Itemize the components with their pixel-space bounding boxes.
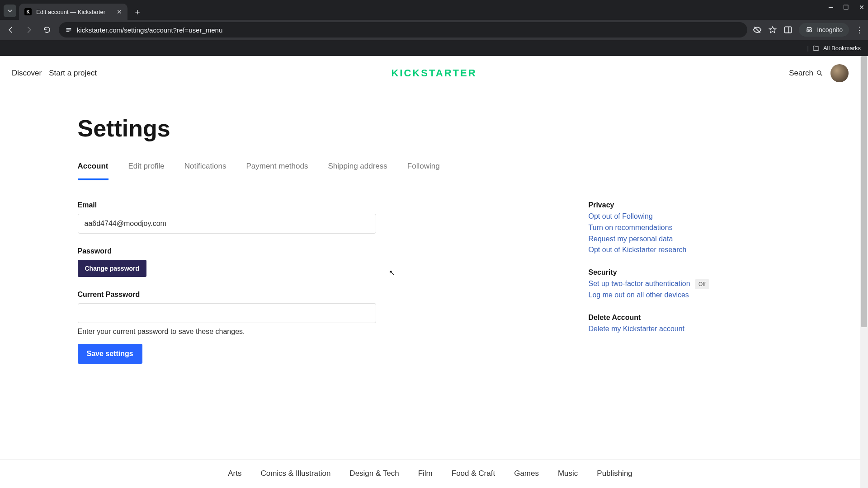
forward-button[interactable] [23,23,35,36]
cat-music[interactable]: Music [558,469,578,478]
url-text: kickstarter.com/settings/account?ref=use… [77,26,222,34]
address-bar[interactable]: kickstarter.com/settings/account?ref=use… [59,22,747,38]
viewport: Discover Start a project KICKSTARTER Sea… [0,56,868,488]
all-bookmarks-link[interactable]: All Bookmarks [823,45,861,52]
tab-following[interactable]: Following [407,162,440,180]
scrollbar-track[interactable] [860,56,868,488]
minimize-icon[interactable]: ─ [829,4,833,11]
avatar[interactable] [830,64,849,82]
tab-edit-profile[interactable]: Edit profile [128,162,165,180]
security-heading: Security [589,268,783,277]
tab-notifications[interactable]: Notifications [184,162,226,180]
favicon-icon: K [24,8,32,15]
settings-tabs: Account Edit profile Notifications Payme… [33,162,828,180]
svg-rect-1 [66,29,71,30]
incognito-indicator[interactable]: Incognito [799,23,849,37]
svg-rect-2 [66,31,70,32]
privacy-heading: Privacy [589,201,783,209]
browser-tab[interactable]: K Edit account — Kickstarter ✕ [19,4,127,20]
nav-discover[interactable]: Discover [12,69,42,78]
page-title: Settings [78,115,783,142]
cat-food-craft[interactable]: Food & Craft [452,469,495,478]
svg-point-5 [807,30,809,32]
link-request-data[interactable]: Request my personal data [589,234,783,245]
tab-payment-methods[interactable]: Payment methods [246,162,308,180]
kebab-menu-icon[interactable]: ⋮ [855,25,863,35]
search-link[interactable]: Search [789,69,823,78]
maximize-icon[interactable]: ☐ [843,4,849,11]
page: Discover Start a project KICKSTARTER Sea… [0,56,868,488]
back-button[interactable] [5,23,17,36]
email-input[interactable] [78,214,376,234]
brand-text: KICKSTARTER [391,67,476,79]
window-controls: ─ ☐ ✕ [829,4,864,11]
email-label: Email [78,201,376,209]
link-opt-out-research[interactable]: Opt out of Kickstarter research [589,244,783,256]
change-password-button[interactable]: Change password [78,260,147,277]
account-form: Email Password Change password Current P… [78,201,376,364]
site-settings-icon[interactable] [65,26,72,33]
account-sidebar: Privacy Opt out of Following Turn on rec… [589,201,783,364]
nav-start-project[interactable]: Start a project [49,69,97,78]
tab-account[interactable]: Account [78,162,108,180]
brand-logo[interactable]: KICKSTARTER [391,67,476,79]
link-turn-on-recommend[interactable]: Turn on recommendations [589,222,783,234]
incognito-icon [805,26,813,34]
divider: | [807,45,809,52]
two-factor-badge: Off [695,279,709,290]
browser-toolbar: kickstarter.com/settings/account?ref=use… [0,20,868,40]
scrollbar-thumb[interactable] [861,56,867,327]
side-panel-icon[interactable] [783,25,793,34]
toolbar-right: Incognito ⋮ [753,23,863,37]
cat-film[interactable]: Film [418,469,433,478]
folder-icon [812,45,820,52]
reload-button[interactable] [41,23,53,36]
delete-heading: Delete Account [589,314,783,322]
svg-rect-0 [66,28,71,29]
cat-design-tech[interactable]: Design & Tech [349,469,399,478]
current-password-label: Current Password [78,291,376,299]
link-delete-account[interactable]: Delete my Kickstarter account [589,324,783,335]
content: Settings Account Edit profile Notificati… [33,90,828,364]
footer-categories: Arts Comics & Illustration Design & Tech… [0,460,860,488]
incognito-label: Incognito [817,26,843,33]
tab-strip: K Edit account — Kickstarter ✕ ＋ ─ ☐ ✕ [0,0,868,20]
link-logout-all[interactable]: Log me out on all other devices [589,290,783,301]
search-label: Search [789,69,813,78]
site-header: Discover Start a project KICKSTARTER Sea… [0,56,860,90]
browser-chrome: K Edit account — Kickstarter ✕ ＋ ─ ☐ ✕ k… [0,0,868,56]
cat-publishing[interactable]: Publishing [597,469,632,478]
close-window-icon[interactable]: ✕ [859,4,864,11]
svg-point-7 [817,70,821,74]
tab-search-button[interactable] [4,5,16,17]
svg-point-6 [810,30,812,32]
tab-shipping-address[interactable]: Shipping address [328,162,387,180]
current-password-help: Enter your current password to save thes… [78,328,376,336]
new-tab-button[interactable]: ＋ [131,5,144,18]
eye-off-icon[interactable] [753,25,762,34]
bookmarks-bar: | All Bookmarks [0,40,868,56]
search-icon [816,70,823,77]
cat-comics[interactable]: Comics & Illustration [260,469,330,478]
save-settings-button[interactable]: Save settings [78,344,142,364]
svg-line-8 [821,74,822,75]
bookmark-star-icon[interactable] [768,25,777,34]
cat-arts[interactable]: Arts [228,469,241,478]
close-tab-icon[interactable]: ✕ [117,8,122,15]
current-password-input[interactable] [78,303,376,323]
svg-rect-3 [785,27,792,33]
password-label: Password [78,247,376,255]
two-factor-label: Set up two-factor authentication [589,280,690,287]
link-two-factor[interactable]: Set up two-factor authentication Off [589,278,783,290]
link-opt-out-following[interactable]: Opt out of Following [589,211,783,222]
tab-title: Edit account — Kickstarter [36,9,112,15]
cat-games[interactable]: Games [514,469,539,478]
